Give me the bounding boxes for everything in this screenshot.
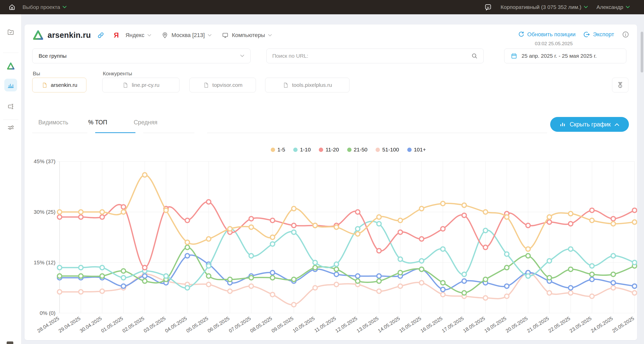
series-point-101+[interactable] bbox=[143, 274, 147, 278]
series-point-1-10[interactable] bbox=[632, 260, 637, 265]
series-point-51-100[interactable] bbox=[611, 286, 615, 290]
series-point-21-50[interactable] bbox=[143, 279, 147, 283]
series-point-21-50[interactable] bbox=[313, 265, 317, 270]
series-point-51-100[interactable] bbox=[569, 291, 573, 295]
series-point-11-20[interactable] bbox=[356, 210, 360, 214]
series-point-21-50[interactable] bbox=[420, 267, 424, 271]
tab-visibility[interactable]: Видимость bbox=[38, 119, 68, 126]
sidebar-item-settings[interactable] bbox=[7, 124, 15, 131]
series-point-1-10[interactable] bbox=[569, 247, 573, 251]
project-selector[interactable]: Выбор проекта bbox=[22, 4, 66, 10]
date-range-picker[interactable]: 25 апр. 2025 г. - 25 мая 2025 г. bbox=[504, 49, 626, 63]
series-point-21-50[interactable] bbox=[121, 269, 126, 273]
series-point-21-50[interactable] bbox=[398, 270, 402, 275]
home-icon[interactable] bbox=[8, 3, 16, 11]
series-point-21-50[interactable] bbox=[58, 274, 62, 278]
series-point-1-10[interactable] bbox=[313, 260, 317, 265]
series-point-1-5[interactable] bbox=[58, 210, 62, 214]
series-point-51-100[interactable] bbox=[292, 303, 296, 307]
sidebar-item-positions[interactable] bbox=[7, 81, 15, 89]
series-point-11-20[interactable] bbox=[420, 237, 424, 241]
series-point-51-100[interactable] bbox=[590, 294, 594, 299]
search-icon[interactable] bbox=[471, 53, 478, 59]
series-point-1-5[interactable] bbox=[505, 215, 509, 219]
series-point-51-100[interactable] bbox=[270, 292, 275, 297]
group-select[interactable]: Все группы bbox=[32, 49, 251, 63]
series-point-51-100[interactable] bbox=[207, 282, 211, 287]
series-point-11-20[interactable] bbox=[462, 213, 466, 218]
series-point-1-10[interactable] bbox=[526, 274, 530, 278]
series-point-21-50[interactable] bbox=[526, 254, 530, 258]
series-point-51-100[interactable] bbox=[547, 291, 551, 295]
series-point-11-20[interactable] bbox=[100, 215, 104, 219]
series-point-51-100[interactable] bbox=[398, 284, 402, 288]
series-point-1-5[interactable] bbox=[441, 201, 445, 206]
info-icon[interactable] bbox=[622, 31, 629, 38]
series-point-1-10[interactable] bbox=[207, 264, 211, 268]
series-point-21-50[interactable] bbox=[547, 276, 551, 280]
series-point-101+[interactable] bbox=[270, 270, 275, 275]
series-point-21-50[interactable] bbox=[228, 277, 232, 282]
series-point-1-5[interactable] bbox=[611, 222, 615, 226]
series-point-1-10[interactable] bbox=[58, 265, 62, 270]
series-point-11-20[interactable] bbox=[79, 215, 83, 219]
engine-selector[interactable]: Яндекс bbox=[126, 32, 151, 39]
series-point-11-20[interactable] bbox=[441, 227, 445, 231]
series-point-1-10[interactable] bbox=[100, 265, 104, 270]
series-point-1-10[interactable] bbox=[420, 259, 424, 263]
user-menu[interactable]: Александр bbox=[596, 4, 630, 10]
scrollbar-track[interactable] bbox=[640, 14, 644, 344]
region-selector[interactable]: Москва [213] bbox=[161, 32, 211, 39]
series-point-51-100[interactable] bbox=[420, 281, 424, 285]
series-point-21-50[interactable] bbox=[590, 272, 594, 277]
series-point-51-100[interactable] bbox=[79, 290, 83, 294]
sidebar-item-rename[interactable] bbox=[7, 103, 15, 110]
series-point-1-5[interactable] bbox=[100, 210, 104, 214]
series-point-11-20[interactable] bbox=[590, 208, 594, 212]
series-point-11-20[interactable] bbox=[526, 223, 530, 228]
series-point-51-100[interactable] bbox=[505, 294, 509, 299]
series-point-11-20[interactable] bbox=[611, 217, 615, 221]
series-point-1-10[interactable] bbox=[590, 264, 594, 268]
series-point-1-5[interactable] bbox=[590, 218, 594, 223]
series-point-1-5[interactable] bbox=[547, 215, 551, 219]
series-point-51-100[interactable] bbox=[228, 289, 232, 293]
series-point-1-10[interactable] bbox=[462, 272, 466, 277]
series-point-21-50[interactable] bbox=[505, 265, 509, 270]
scrollbar-thumb[interactable] bbox=[641, 32, 643, 73]
series-point-1-5[interactable] bbox=[207, 237, 211, 241]
series-point-1-5[interactable] bbox=[270, 235, 275, 240]
series-point-1-5[interactable] bbox=[121, 210, 126, 214]
series-point-1-5[interactable] bbox=[483, 210, 488, 214]
series-point-101+[interactable] bbox=[185, 254, 189, 258]
series-point-11-20[interactable] bbox=[207, 200, 211, 204]
series-point-1-10[interactable] bbox=[483, 228, 488, 233]
series-point-1-5[interactable] bbox=[313, 223, 317, 228]
series-point-101+[interactable] bbox=[590, 277, 594, 282]
support-chat-icon[interactable] bbox=[484, 3, 492, 11]
series-point-101+[interactable] bbox=[611, 281, 615, 285]
series-point-101+[interactable] bbox=[334, 272, 338, 277]
series-point-1-5[interactable] bbox=[526, 247, 530, 251]
series-point-101+[interactable] bbox=[505, 284, 509, 288]
series-point-1-10[interactable] bbox=[185, 286, 189, 290]
series-point-21-50[interactable] bbox=[441, 281, 445, 285]
series-point-11-20[interactable] bbox=[185, 218, 189, 223]
competitor-chip[interactable]: tools.pixelplus.ru bbox=[265, 78, 349, 92]
series-point-1-10[interactable] bbox=[505, 252, 509, 256]
series-point-1-10[interactable] bbox=[292, 230, 296, 234]
refresh-positions-button[interactable]: Обновить позиции bbox=[517, 31, 575, 38]
series-point-21-50[interactable] bbox=[462, 291, 466, 295]
series-point-21-50[interactable] bbox=[207, 274, 211, 278]
competitor-chip[interactable]: topvisor.com bbox=[189, 78, 256, 92]
series-point-101+[interactable] bbox=[462, 279, 466, 283]
series-point-21-50[interactable] bbox=[611, 272, 615, 277]
series-point-1-5[interactable] bbox=[164, 208, 168, 212]
series-point-51-100[interactable] bbox=[377, 289, 381, 293]
series-point-51-100[interactable] bbox=[100, 289, 104, 293]
series-point-1-10[interactable] bbox=[79, 265, 83, 270]
tab-top-percent[interactable]: % ТОП bbox=[88, 119, 107, 126]
series-point-1-5[interactable] bbox=[632, 220, 637, 224]
device-selector[interactable]: Компьютеры bbox=[222, 32, 272, 39]
series-point-21-50[interactable] bbox=[185, 245, 189, 250]
